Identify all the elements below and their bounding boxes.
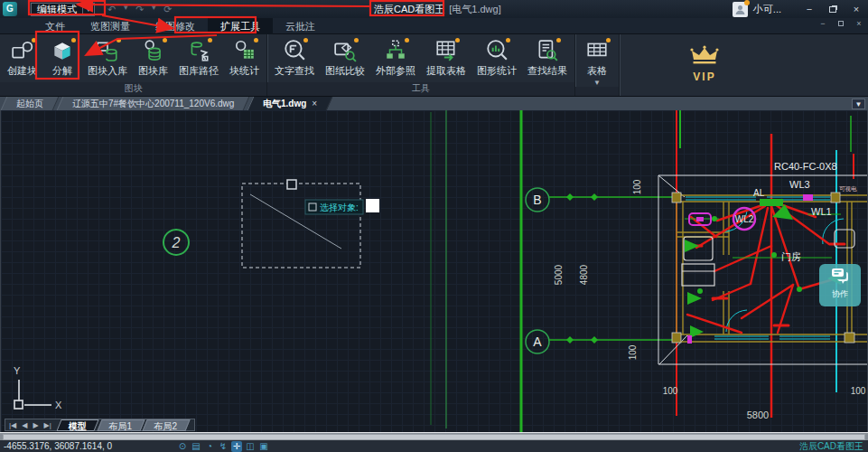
prev-tab-icon[interactable]: ◀	[22, 421, 27, 429]
svg-text:可视电: 可视电	[839, 185, 857, 193]
xref-icon	[384, 39, 407, 62]
construction-lines[interactable]	[431, 110, 854, 432]
close-button[interactable]: ×	[845, 0, 868, 18]
ribbon-button-块统计[interactable]: 块统计	[224, 36, 265, 82]
svg-text:A: A	[533, 334, 542, 349]
ribbon-group-label: 图块	[0, 82, 266, 96]
ribbon-button-label: 图块入库	[88, 64, 127, 78]
tab-list-dropdown[interactable]: ▼	[852, 99, 865, 109]
crosshair-icon[interactable]: ✛	[231, 441, 242, 452]
svg-text:门房: 门房	[781, 251, 801, 262]
user-avatar[interactable]	[733, 2, 748, 17]
axis-bubble-2[interactable]: 2	[163, 230, 189, 255]
doc-tab-辽源五中7#餐饮中心200711_120V6.dwg[interactable]: 辽源五中7#餐饮中心200711_120V6.dwg	[57, 97, 250, 110]
next-tab-icon[interactable]: ▶	[33, 421, 38, 429]
window-title: 浩辰CAD看图王 [电气1.dwg]	[374, 0, 501, 18]
lineweight-icon[interactable]: ◫	[245, 441, 256, 452]
chevron-down-icon[interactable]: ▼	[82, 4, 94, 15]
app-logo-icon: G	[3, 2, 17, 16]
ribbon-button-图块入库[interactable]: 图块入库	[82, 36, 133, 82]
restore-button[interactable]	[821, 0, 845, 18]
polar-icon[interactable]: ◔	[204, 441, 215, 452]
ribbon-button-图形统计[interactable]: 图形统计	[471, 36, 522, 82]
vip-label: VIP	[684, 71, 725, 83]
ribbon-button-创建块[interactable]: 创建块	[2, 36, 42, 82]
mdi-minimize-button[interactable]: −	[817, 19, 828, 28]
snap-icon[interactable]: ⊙	[177, 441, 188, 452]
menu-tab-绘图修改[interactable]: 绘图修改	[143, 18, 208, 34]
ribbon-button-label: 块统计	[229, 64, 259, 78]
axis-bubble-b[interactable]: B	[526, 188, 674, 212]
undo-icon[interactable]: ↶	[107, 4, 116, 15]
ribbon-group-图块: 创建块分解图块入库图块库图库路径块统计图块	[0, 34, 267, 96]
table-icon	[585, 39, 609, 62]
mode-select-combobox[interactable]: 编辑模式 ▼	[31, 3, 95, 16]
otrack-icon[interactable]: ↯	[218, 441, 229, 452]
ribbon-button-分解[interactable]: 分解	[42, 36, 82, 82]
title-bar: G 编辑模式 ▼ ↶▼ ↷▼ ⟳ 浩辰CAD看图王 [电气1.dwg] 小可..…	[0, 0, 868, 18]
ribbon-toolbar: 创建块分解图块入库图块库图库路径块统计图块文字查找图纸比较外部参照提取表格图形统…	[0, 34, 868, 97]
layout-tab-布局1[interactable]: 布局1	[97, 419, 145, 431]
ribbon-button-图纸比较[interactable]: 图纸比较	[320, 36, 370, 82]
refresh-icon[interactable]: ⟳	[163, 4, 172, 15]
collaboration-button[interactable]: 协作	[819, 264, 861, 306]
grip-handle[interactable]	[287, 180, 296, 189]
ribbon-button-label: 图形统计	[477, 64, 517, 78]
ribbon-button-图块库[interactable]: 图块库	[133, 36, 173, 82]
text-find-icon	[283, 39, 306, 62]
ribbon-group-label	[575, 87, 619, 96]
ribbon-button-label: 表格	[587, 64, 607, 78]
layout-tab-布局2[interactable]: 布局2	[143, 419, 191, 431]
selection-box[interactable]	[242, 180, 360, 268]
library-path-icon	[187, 39, 210, 62]
svg-text:100: 100	[851, 386, 866, 396]
mdi-restore-button[interactable]	[835, 19, 846, 28]
svg-text:100: 100	[632, 179, 642, 194]
ribbon-button-提取表格[interactable]: 提取表格	[421, 36, 471, 82]
layout-tab-模型[interactable]: 模型	[56, 419, 98, 431]
ribbon-button-表格[interactable]: 表格▼	[577, 36, 617, 87]
menu-tab-文件[interactable]: 文件	[33, 18, 78, 34]
menu-tab-扩展工具[interactable]: 扩展工具	[208, 18, 273, 34]
notification-dot	[744, 0, 750, 5]
doc-tab-电气1.dwg[interactable]: 电气1.dwg×	[247, 97, 333, 110]
document-name: [电气1.dwg]	[449, 3, 500, 16]
block-stats-icon	[233, 39, 257, 62]
redo-drop-icon[interactable]: ▼	[150, 4, 157, 15]
fullscreen-icon[interactable]: ▣	[258, 441, 269, 452]
vip-button[interactable]: VIP	[684, 45, 725, 83]
axis-bubble-a[interactable]: A	[526, 330, 675, 353]
doc-tab-起始页[interactable]: 起始页	[1, 97, 60, 110]
menu-tab-云批注[interactable]: 云批注	[273, 18, 328, 34]
ribbon-button-文字查找[interactable]: 文字查找	[269, 36, 320, 82]
mdi-close-button[interactable]: ×	[854, 19, 864, 28]
command-tooltip: 选择对象:	[305, 199, 379, 214]
redo-icon[interactable]: ↷	[135, 4, 144, 15]
block-library-icon	[142, 39, 165, 62]
extract-table-icon	[434, 39, 458, 62]
last-tab-icon[interactable]: ▶|	[44, 421, 51, 429]
minimize-button[interactable]: −	[798, 0, 821, 18]
menu-tab-览图测量[interactable]: 览图测量	[78, 18, 143, 34]
close-icon[interactable]: ×	[313, 99, 318, 108]
svg-text:5800: 5800	[747, 410, 769, 420]
undo-drop-icon[interactable]: ▼	[122, 4, 129, 15]
status-bar: -4655.3176, 36087.1614, 0 ⊙▤◔↯✛◫▣ 浩辰CAD看…	[0, 440, 868, 452]
first-tab-icon[interactable]: |◀	[9, 421, 16, 429]
horizontal-scrollbar[interactable]	[0, 432, 868, 440]
chevron-down-icon[interactable]: ▼	[593, 79, 601, 87]
grid-icon[interactable]: ▤	[191, 441, 201, 452]
ribbon-button-图库路径[interactable]: 图库路径	[173, 36, 224, 82]
drawing-canvas[interactable]: B A 5000 4800 100 100 100 100 5800	[0, 110, 868, 432]
ribbon-button-label: 图块库	[138, 64, 168, 78]
ribbon-button-label: 文字查找	[275, 64, 314, 78]
svg-text:4800: 4800	[579, 264, 589, 285]
ribbon-button-外部参照[interactable]: 外部参照	[370, 36, 421, 82]
find-result-icon	[536, 39, 559, 62]
ribbon-button-查找结果[interactable]: 查找结果	[522, 36, 573, 82]
user-name[interactable]: 小可...	[753, 3, 781, 16]
explode-icon	[51, 39, 74, 62]
scrollbar-thumb[interactable]	[3, 434, 865, 440]
ribbon-button-label: 提取表格	[426, 64, 466, 78]
quick-access-toolbar: ↶▼ ↷▼ ⟳	[107, 4, 173, 15]
